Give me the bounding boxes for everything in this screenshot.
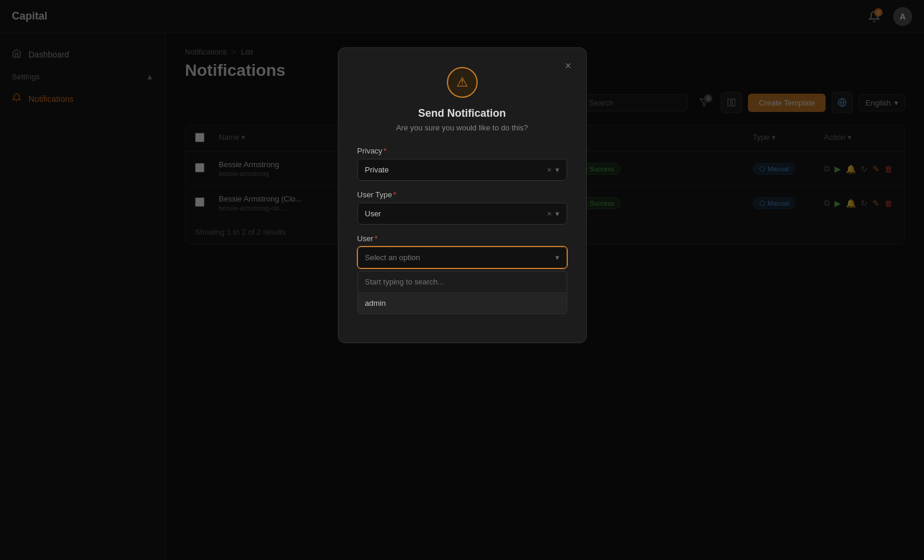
user-type-field: User Type * User × ▾ <box>357 190 567 225</box>
required-marker: * <box>383 146 386 155</box>
modal-title: Send Notification <box>357 107 567 120</box>
privacy-select[interactable]: Private × ▾ <box>357 159 567 181</box>
clear-privacy-icon[interactable]: × <box>547 165 552 174</box>
user-placeholder: Select an option <box>365 253 420 262</box>
chevron-down-usertype: ▾ <box>555 209 559 218</box>
modal-subtitle: Are you sure you would like to do this? <box>357 123 567 132</box>
user-type-select[interactable]: User × ▾ <box>357 203 567 225</box>
user-label: User * <box>357 234 567 243</box>
user-search-input[interactable] <box>358 271 567 293</box>
required-marker-3: * <box>375 234 378 243</box>
modal-overlay[interactable]: × ⚠ Send Notification Are you sure you w… <box>0 0 924 560</box>
required-marker-2: * <box>394 190 397 199</box>
chevron-down-user: ▾ <box>555 253 559 262</box>
send-notification-modal: × ⚠ Send Notification Are you sure you w… <box>338 47 587 343</box>
user-type-value: User <box>365 209 381 218</box>
privacy-label: Privacy * <box>357 146 567 155</box>
dropdown-item-admin[interactable]: admin <box>358 293 567 313</box>
user-select[interactable]: Select an option ▾ <box>357 247 567 268</box>
chevron-down-privacy: ▾ <box>555 165 559 174</box>
user-type-label: User Type * <box>357 190 567 199</box>
privacy-field: Privacy * Private × ▾ <box>357 146 567 181</box>
user-dropdown: admin <box>357 271 567 314</box>
clear-user-type-icon[interactable]: × <box>547 209 552 218</box>
user-field: User * Select an option ▾ admin <box>357 234 567 314</box>
privacy-value: Private <box>365 165 389 174</box>
modal-warning-icon: ⚠ <box>447 67 478 98</box>
modal-close-button[interactable]: × <box>560 57 577 74</box>
warning-symbol: ⚠ <box>456 75 468 90</box>
modal-icon-wrap: ⚠ <box>357 67 567 98</box>
